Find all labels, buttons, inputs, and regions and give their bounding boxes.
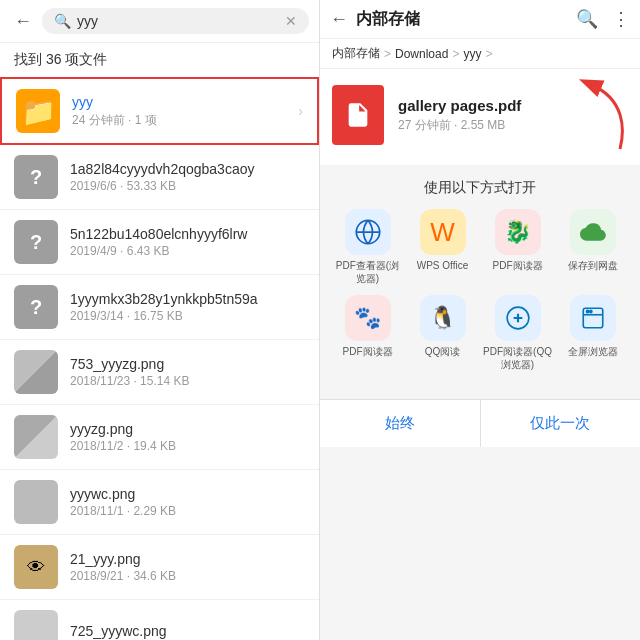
unknown-icon: ? [14, 155, 58, 199]
open-with-section: 使用以下方式打开 PDF查看器(浏览器) W WPS Office 🐉 [320, 165, 640, 389]
file-preview-area: gallery pages.pdf 27 分钟前 · 2.55 MB [320, 69, 640, 165]
file-meta: 24 分钟前 · 1 项 [72, 112, 286, 129]
right-back-button[interactable]: ← [330, 9, 348, 30]
chevron-right-icon: › [298, 103, 303, 119]
app-label: 全屏浏览器 [568, 345, 618, 358]
app-label: PDF阅读器(QQ浏览器) [483, 345, 552, 371]
app-wps-icon: W [420, 209, 466, 255]
file-meta: 2018/11/1 · 2.29 KB [70, 504, 305, 518]
list-item[interactable]: ? 5n122bu14o80elcnhyyyf6lrw 2019/4/9 · 6… [0, 210, 319, 275]
list-item[interactable]: 📁 yyy 24 分钟前 · 1 项 › [0, 77, 319, 145]
file-preview-meta: 27 分钟前 · 2.55 MB [398, 117, 521, 134]
app-label: WPS Office [417, 259, 469, 272]
unknown-icon: ? [14, 285, 58, 329]
file-info: 1yyymkx3b28y1ynkkpb5tn59a 2019/3/14 · 16… [70, 291, 305, 323]
file-name: 753_yyyzg.png [70, 356, 305, 372]
app-pdf-reader-icon: 🐉 [495, 209, 541, 255]
file-name: yyyzg.png [70, 421, 305, 437]
file-name: 1yyymkx3b28y1ynkkpb5tn59a [70, 291, 305, 307]
app-label: 保存到网盘 [568, 259, 618, 272]
search-bar: ← 🔍 ✕ [0, 0, 319, 43]
file-info: 725_yyywc.png [70, 623, 305, 640]
action-buttons: 始终 仅此一次 [320, 399, 640, 447]
app-label: PDF阅读器 [493, 259, 543, 272]
app-pdf-reader2-icon: 🐾 [345, 295, 391, 341]
app-item-pdf-browser[interactable]: PDF查看器(浏览器) [332, 209, 403, 285]
right-header-icons: 🔍 ⋮ [576, 8, 630, 30]
always-button[interactable]: 始终 [320, 400, 481, 447]
app-item-cloud-save[interactable]: 保存到网盘 [557, 209, 628, 285]
app-item-fullbrowser[interactable]: 全屏浏览器 [557, 295, 628, 371]
breadcrumb-item-storage[interactable]: 内部存储 [332, 45, 380, 62]
file-name: 725_yyywc.png [70, 623, 305, 639]
file-preview-name: gallery pages.pdf [398, 97, 521, 114]
file-info: yyy 24 分钟前 · 1 项 [72, 94, 286, 129]
search-input[interactable] [77, 13, 279, 29]
image-icon [14, 350, 58, 394]
app-cloud-icon [570, 209, 616, 255]
app-pdf-browser-icon [345, 209, 391, 255]
search-icon[interactable]: 🔍 [576, 8, 598, 30]
list-item[interactable]: yyywc.png 2018/11/1 · 2.29 KB [0, 470, 319, 535]
breadcrumb-item-yyy[interactable]: yyy [463, 47, 481, 61]
app-item-pdf-reader[interactable]: 🐉 PDF阅读器 [482, 209, 553, 285]
more-options-icon[interactable]: ⋮ [612, 8, 630, 30]
breadcrumb-separator: > [452, 47, 459, 61]
file-info: 5n122bu14o80elcnhyyyf6lrw 2019/4/9 · 6.4… [70, 226, 305, 258]
unknown-icon: ? [14, 220, 58, 264]
list-item[interactable]: ? 1yyymkx3b28y1ynkkpb5tn59a 2019/3/14 · … [0, 275, 319, 340]
file-info: 21_yyy.png 2018/9/21 · 34.6 KB [70, 551, 305, 583]
search-input-wrap: 🔍 ✕ [42, 8, 309, 34]
once-button[interactable]: 仅此一次 [481, 400, 641, 447]
app-label: PDF阅读器 [343, 345, 393, 358]
file-info: yyywc.png 2018/11/1 · 2.29 KB [70, 486, 305, 518]
image-icon: 👁 [14, 545, 58, 589]
file-info: 753_yyyzg.png 2018/11/23 · 15.14 KB [70, 356, 305, 388]
app-item-wps[interactable]: W WPS Office [407, 209, 478, 285]
file-preview-info: gallery pages.pdf 27 分钟前 · 2.55 MB [398, 97, 521, 134]
file-name: 5n122bu14o80elcnhyyyf6lrw [70, 226, 305, 242]
file-meta: 2019/4/9 · 6.43 KB [70, 244, 305, 258]
file-name: 21_yyy.png [70, 551, 305, 567]
file-name: 1a82l84cyyydvh2qogba3caoy [70, 161, 305, 177]
file-meta: 2019/6/6 · 53.33 KB [70, 179, 305, 193]
list-item[interactable]: yyyzg.png 2018/11/2 · 19.4 KB [0, 405, 319, 470]
app-grid: PDF查看器(浏览器) W WPS Office 🐉 PDF阅读器 保存到网盘 [332, 209, 628, 371]
folder-icon: 📁 [16, 89, 60, 133]
file-name: yyy [72, 94, 286, 110]
app-label: PDF查看器(浏览器) [336, 259, 399, 285]
list-item[interactable]: 👁 21_yyy.png 2018/9/21 · 34.6 KB [0, 535, 319, 600]
pdf-file-icon [332, 85, 384, 145]
file-name: yyywc.png [70, 486, 305, 502]
back-button[interactable]: ← [10, 9, 36, 34]
svg-point-5 [586, 310, 588, 312]
image-icon [14, 480, 58, 524]
file-list: 📁 yyy 24 分钟前 · 1 项 › ? 1a82l84cyyydvh2qo… [0, 77, 319, 640]
file-meta: 2018/9/21 · 34.6 KB [70, 569, 305, 583]
file-info: 1a82l84cyyydvh2qogba3caoy 2019/6/6 · 53.… [70, 161, 305, 193]
file-meta: 2018/11/23 · 15.14 KB [70, 374, 305, 388]
breadcrumb: 内部存储 > Download > yyy > [320, 39, 640, 69]
right-panel: ← 内部存储 🔍 ⋮ 内部存储 > Download > yyy > galle… [320, 0, 640, 640]
app-label: QQ阅读 [425, 345, 461, 358]
app-pdf-qq-icon [495, 295, 541, 341]
right-header-title: 内部存储 [356, 9, 568, 30]
app-fullbrowser-icon [570, 295, 616, 341]
list-item[interactable]: 725_yyywc.png [0, 600, 319, 640]
image-icon [14, 610, 58, 640]
breadcrumb-item-download[interactable]: Download [395, 47, 448, 61]
app-qq-icon: 🐧 [420, 295, 466, 341]
clear-icon[interactable]: ✕ [285, 13, 297, 29]
result-count: 找到 36 项文件 [0, 43, 319, 77]
left-panel: ← 🔍 ✕ 找到 36 项文件 📁 yyy 24 分钟前 · 1 项 › ? 1… [0, 0, 320, 640]
red-arrow-indicator [570, 79, 630, 159]
app-item-qq-read[interactable]: 🐧 QQ阅读 [407, 295, 478, 371]
open-with-title: 使用以下方式打开 [332, 179, 628, 197]
app-item-pdf-qq[interactable]: PDF阅读器(QQ浏览器) [482, 295, 553, 371]
search-icon: 🔍 [54, 13, 71, 29]
file-meta: 2018/11/2 · 19.4 KB [70, 439, 305, 453]
list-item[interactable]: ? 1a82l84cyyydvh2qogba3caoy 2019/6/6 · 5… [0, 145, 319, 210]
app-item-pdf-reader2[interactable]: 🐾 PDF阅读器 [332, 295, 403, 371]
file-meta: 2019/3/14 · 16.75 KB [70, 309, 305, 323]
list-item[interactable]: 753_yyyzg.png 2018/11/23 · 15.14 KB [0, 340, 319, 405]
